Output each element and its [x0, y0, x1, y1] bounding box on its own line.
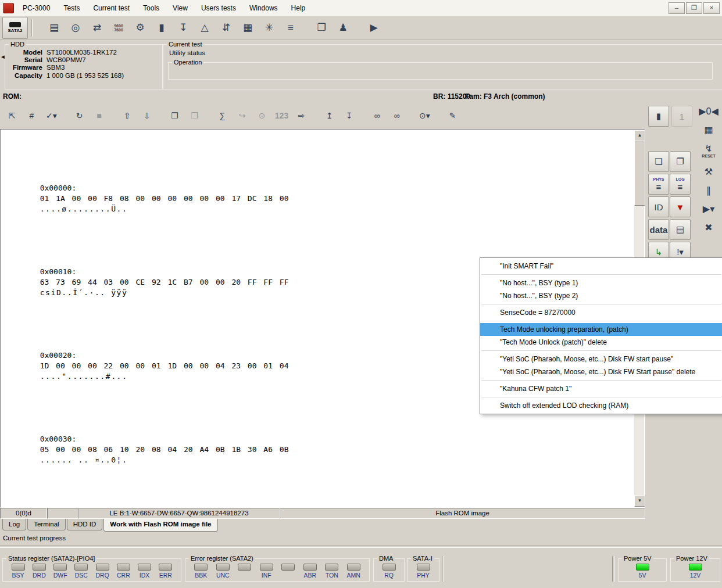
tab[interactable]: Terminal	[27, 519, 65, 530]
toolbar-separator	[31, 19, 32, 37]
write-rom-icon[interactable]: ⇧	[119, 107, 135, 124]
scroll-down-button[interactable]: ▼	[634, 496, 645, 507]
stop-icon[interactable]: ■	[91, 107, 108, 124]
icon-glyph: ▤	[676, 224, 684, 235]
menu-item[interactable]: Windows	[244, 1, 283, 15]
hex-row[interactable]: 0x00030: 05 00 00 08 06 10 20 08 04 20 A…	[3, 424, 645, 476]
save-to-file-icon[interactable]: ❐	[670, 151, 691, 172]
baud-rate-icon[interactable]: 9600 7600	[109, 19, 128, 37]
script-list-icon[interactable]: ≡	[281, 19, 300, 37]
merge-resources-icon[interactable]: ⇵	[217, 19, 235, 37]
timer-icon[interactable]: ⊙	[253, 107, 270, 124]
hex-bytes: 05 00 00 08 06 10 20 08 04 20 A4 0B 1B 3…	[40, 444, 294, 455]
heads-test-icon[interactable]: ✳	[260, 19, 278, 37]
user-profile-icon[interactable]: ♟	[334, 19, 352, 37]
context-menu-item[interactable]: "Kahuna CFW patch 1"	[480, 382, 722, 395]
reset-button[interactable]: ↯ RESET	[702, 143, 715, 159]
load-from-file-icon[interactable]: ❏	[648, 151, 669, 172]
sata2-port-button[interactable]: SATA2	[2, 17, 28, 39]
context-menu-item[interactable]: Switch off extended LOD checking (RAM)	[480, 399, 722, 412]
menu-item[interactable]: Users tests	[196, 1, 241, 15]
tab[interactable]: Work with Flash ROM image file	[103, 519, 217, 532]
find-binoculars-icon[interactable]: ∞	[369, 107, 385, 124]
context-menu-item[interactable]: "Yeti SoC (Pharaoh, Moose, etc...) Disk …	[480, 365, 722, 378]
page-number-indicator[interactable]: 1	[671, 106, 692, 127]
red-download-icon[interactable]: ▼	[670, 196, 691, 217]
led-indicator: DWF	[50, 564, 71, 579]
icon-glyph: ≡	[656, 182, 662, 192]
data-exchange-icon[interactable]: ⇄	[88, 19, 106, 37]
id-button[interactable]: ID	[648, 196, 669, 217]
icon-glyph: ⇨	[298, 111, 305, 120]
start-test-icon[interactable]: ▶	[364, 19, 383, 37]
data-button[interactable]: data	[648, 219, 669, 240]
close-button[interactable]: ×	[703, 2, 720, 14]
phys-translator-button[interactable]: PHYS ≡	[648, 174, 669, 195]
copy-windows-icon[interactable]: ❐	[312, 19, 331, 37]
search-icon[interactable]: ◎	[66, 19, 85, 37]
menu-item[interactable]: View	[167, 1, 193, 15]
hex-bytes: 63 73 69 44 03 00 CE 92 1C B7 00 00 20 F…	[40, 277, 294, 288]
context-menu-item[interactable]: "No host...", BSY (type 1)	[480, 277, 722, 289]
current-test-panel: Current test Utility status Operation	[163, 41, 722, 89]
close-panel-icon[interactable]: ✖	[705, 222, 712, 233]
check-dropdown-icon[interactable]: ✓▾	[43, 107, 60, 124]
tab[interactable]: Log	[2, 519, 26, 530]
gears-settings-icon[interactable]: ⚙	[131, 19, 149, 37]
load-next-icon[interactable]: ↧	[341, 107, 358, 124]
minimize-button[interactable]: –	[669, 2, 685, 14]
doc-forward-icon[interactable]: ⇨	[293, 107, 310, 124]
copy-icon[interactable]: ❐	[166, 107, 183, 124]
scrollbar-thumb[interactable]	[634, 141, 645, 206]
refresh-icon[interactable]: ↻	[71, 107, 88, 124]
led-light	[238, 564, 251, 571]
sector-number-icon[interactable]: #	[23, 107, 40, 124]
led-light	[260, 564, 273, 571]
context-menu-item[interactable]: "No host...", BSY (type 2)	[480, 289, 722, 302]
zero-start-icon[interactable]: ▶0◀	[699, 106, 719, 117]
menu-item[interactable]: Tools	[138, 1, 165, 15]
flash-chip-button[interactable]: ▮	[648, 106, 669, 127]
context-menu-item[interactable]: SenseCode = 87270000	[480, 306, 722, 319]
menu-item[interactable]: Tests	[58, 1, 85, 15]
chip-icon[interactable]: ▮	[152, 19, 171, 37]
read-rom-icon[interactable]: ⇩	[138, 107, 155, 124]
hex-row[interactable]: 0x00000: 01 1A 00 00 F8 08 00 00 00 00 0…	[3, 173, 645, 225]
led-light	[74, 564, 88, 571]
context-menu-item[interactable]: Tech Mode unlocking preparation, (patch)	[480, 323, 722, 336]
decimal-view-icon[interactable]: 123	[273, 107, 290, 124]
restore-button[interactable]: ❐	[686, 2, 702, 14]
checksum-icon[interactable]: ∑	[214, 107, 231, 124]
paste-icon[interactable]: ❒	[186, 107, 203, 124]
find-next-icon[interactable]: ∞	[388, 107, 405, 124]
pause-button[interactable]: ∥	[706, 185, 711, 196]
calibrator-icon[interactable]: △	[195, 19, 214, 37]
load-rom-icon[interactable]: ⇱	[3, 107, 20, 124]
icon-glyph: ≡	[288, 22, 294, 34]
tab[interactable]: HDD ID	[67, 519, 103, 530]
menu-item[interactable]: Help	[286, 1, 311, 15]
sector-grid-icon[interactable]: ▦	[238, 19, 257, 37]
context-menu-item[interactable]: "Init SMART Fail"	[480, 260, 722, 273]
group-title: DMA	[377, 555, 395, 562]
menu-item[interactable]: PC-3000	[17, 1, 55, 15]
run-dropdown-button[interactable]: ▶▾	[703, 203, 714, 214]
load-prev-icon[interactable]: ↥	[321, 107, 338, 124]
menu-item-label: "Yeti SoC (Pharaoh, Moose, etc...) Disk …	[500, 368, 695, 376]
save-image-icon[interactable]: ↧	[174, 19, 192, 37]
history-dropdown-icon[interactable]: ⊙▾	[416, 107, 433, 124]
export-doc-icon[interactable]: ↪	[234, 107, 251, 124]
terminal-small-button[interactable]: ▤	[670, 219, 691, 240]
ram-chip-icon[interactable]: ▦	[704, 124, 713, 135]
icon-glyph: ▮	[159, 21, 164, 34]
menu-item[interactable]: Current test	[88, 1, 135, 15]
edit-notes-icon[interactable]: ✎	[444, 107, 461, 124]
icon-glyph: ∑	[220, 111, 226, 120]
context-menu-item[interactable]: "Yeti SoC (Pharaoh, Moose, etc...) Disk …	[480, 353, 722, 365]
utility-status-icon[interactable]: ▤	[45, 19, 63, 37]
led-light	[194, 564, 208, 571]
log-translator-button[interactable]: LOG ≡	[670, 174, 691, 195]
scroll-up-button[interactable]: ▲	[634, 130, 645, 141]
tools-hammer-icon[interactable]: ⚒	[705, 166, 713, 177]
context-menu-item[interactable]: "Tech Mode Unlock (patch)" delete	[480, 336, 722, 349]
